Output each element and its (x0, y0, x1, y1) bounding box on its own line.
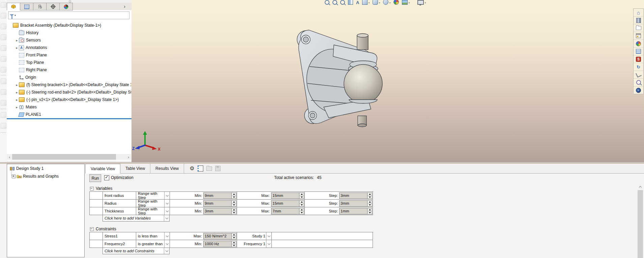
study-report-icon[interactable] (198, 165, 203, 172)
tree-item-assembly[interactable]: Bracket Assembly (Default<Display State-… (7, 22, 131, 29)
constraint-name-cell[interactable]: Frequency2 (103, 240, 136, 248)
dropdown-chevron-icon[interactable] (164, 215, 169, 221)
tab-results-view[interactable]: Results View (150, 164, 184, 173)
appearances-scenes-icon[interactable] (634, 40, 643, 48)
section-view-icon[interactable] (348, 0, 353, 5)
tree-item-rod-end-ball[interactable]: ▸(-) Steering rod-end ball<2> (Default<<… (7, 88, 131, 96)
dropdown-chevron-icon[interactable] (266, 240, 271, 248)
routing-tool-icon[interactable] (634, 71, 643, 79)
min-input[interactable]: 3mm (203, 208, 236, 214)
view-palette-icon[interactable] (634, 32, 643, 40)
bound-input[interactable]: 1000 Hz (203, 241, 236, 247)
collapse-minus-icon[interactable] (90, 227, 94, 231)
spinner[interactable] (299, 208, 304, 214)
zoom-to-fit-icon[interactable] (325, 0, 329, 5)
layers-icon[interactable] (1, 123, 6, 129)
step-input[interactable]: 3mm (339, 192, 372, 199)
expand-arrow-icon[interactable]: ▸ (15, 91, 19, 94)
dropdown-chevron-icon[interactable] (164, 232, 170, 240)
tree-item-front-plane[interactable]: Front Plane (7, 51, 131, 59)
min-input[interactable]: 9mm (203, 192, 236, 199)
expand-arrow-icon[interactable]: ▸ (15, 105, 19, 109)
display-style-icon[interactable]: ▾ (373, 0, 380, 5)
min-input[interactable]: 9mm (203, 200, 236, 207)
step-input[interactable]: 3mm (339, 200, 372, 207)
optimization-checkbox[interactable] (104, 175, 109, 180)
expand-arrow-icon[interactable]: ▸ (15, 83, 19, 87)
constraint-name-cell[interactable]: Stress1 (103, 232, 136, 240)
view-cube-icon[interactable] (1, 67, 6, 73)
dropdown-chevron-icon[interactable] (164, 207, 170, 215)
spinner[interactable] (299, 201, 304, 206)
panel-expand-arrow[interactable]: › (124, 3, 125, 10)
filter-dropdown-arrow-icon[interactable]: ▾ (14, 14, 16, 17)
variable-name-cell[interactable]: front radius (103, 192, 136, 200)
expand-arrow-icon[interactable]: ▸ (15, 38, 19, 42)
custom-properties-icon[interactable] (634, 48, 643, 55)
view-cube-icon[interactable] (1, 24, 6, 29)
spinner[interactable] (367, 193, 372, 199)
bound-input[interactable]: 150 N/mm^2 (203, 233, 236, 239)
scroll-right-arrow-icon[interactable]: › (126, 155, 131, 159)
zoom-to-area-icon[interactable] (332, 0, 337, 5)
view-settings-icon[interactable]: ▾ (417, 0, 426, 5)
tree-item-steering-bracket[interactable]: ▸(f) Steering bracket<1> (Default<<Defau… (7, 81, 131, 88)
tree-item-right-plane[interactable]: Right Plane (7, 66, 131, 74)
dropdown-chevron-icon[interactable] (164, 192, 170, 199)
tree-item-plane1[interactable]: PLANE1 (7, 111, 131, 118)
dropdown-chevron-icon[interactable] (164, 240, 170, 248)
hide-show-items-icon[interactable]: ▾ (383, 0, 390, 5)
study-dropdown[interactable]: Study 1 (237, 232, 272, 240)
dropdown-chevron-icon[interactable] (164, 200, 170, 207)
apply-scene-icon[interactable]: ▾ (402, 0, 410, 5)
inspection-icon[interactable] (634, 79, 643, 86)
file-explorer-icon[interactable] (634, 24, 643, 32)
tab-dimxpert-manager[interactable] (47, 3, 60, 10)
spinner[interactable] (231, 233, 236, 239)
tree-horizontal-scrollbar[interactable]: ‹ › (7, 154, 131, 160)
view-cube-icon[interactable] (1, 45, 6, 51)
scroll-up-arrow[interactable] (638, 184, 643, 189)
spinner[interactable] (231, 208, 236, 214)
spinner[interactable] (367, 208, 372, 214)
tab-table-view[interactable]: Table View (120, 164, 150, 173)
tree-item-pin[interactable]: ▸(-) pin_v2<1> (Default<<Default>_Displa… (7, 96, 131, 103)
variable-type-dropdown[interactable]: Range with Step (136, 192, 170, 200)
expand-arrow-icon[interactable]: ▸ (15, 46, 19, 50)
variable-type-dropdown[interactable]: Range with Step (136, 200, 170, 207)
graphics-viewport[interactable]: A ▾ ▾ ▾ ▾ ▾ (131, 0, 644, 162)
tree-item-origin[interactable]: Origin (7, 74, 131, 81)
variable-name-cell[interactable]: Thickkness (103, 207, 136, 215)
dropdown-chevron-icon[interactable] (266, 232, 271, 240)
spinner[interactable] (231, 201, 236, 206)
tree-filter-input[interactable]: ▾ (8, 11, 129, 19)
selection-rollback-bar[interactable] (7, 118, 131, 119)
tab-featuremanager-tree[interactable] (7, 3, 20, 10)
layers-icon[interactable] (1, 112, 6, 118)
annotations-visibility-icon[interactable]: A (356, 0, 359, 5)
view-cube-icon[interactable] (1, 34, 6, 40)
spinner[interactable] (299, 193, 304, 199)
condition-dropdown[interactable]: is less than (136, 232, 170, 240)
solidworks-forum-icon[interactable]: S (634, 55, 643, 63)
add-constraint-row[interactable]: Click here to add Constraints (103, 248, 170, 254)
home-icon[interactable]: ⌂ (634, 9, 643, 17)
spinner[interactable] (231, 241, 236, 247)
spinner[interactable] (367, 201, 372, 206)
variable-type-dropdown[interactable]: Range with Step (136, 207, 170, 215)
dropdown-chevron-icon[interactable] (164, 248, 169, 254)
tree-item-annotations[interactable]: ▸AAnnotations (7, 44, 131, 51)
edit-appearance-icon[interactable] (393, 0, 399, 5)
scroll-left-arrow-icon[interactable]: ‹ (7, 155, 12, 159)
collapse-minus-icon[interactable] (90, 187, 94, 190)
tab-variable-view[interactable]: Variable View (85, 164, 120, 174)
tab-property-manager[interactable] (20, 3, 33, 10)
scrollbar-thumb[interactable] (12, 154, 116, 160)
expand-plus-icon[interactable] (12, 175, 16, 178)
max-input[interactable]: 15mm (271, 200, 304, 207)
view-orientation-icon[interactable]: ▾ (362, 0, 370, 5)
view-cube-icon[interactable] (1, 56, 6, 62)
wrench-tool-icon[interactable] (1, 89, 6, 95)
max-input[interactable]: 7mm (271, 208, 304, 214)
design-library-icon[interactable] (634, 17, 643, 24)
